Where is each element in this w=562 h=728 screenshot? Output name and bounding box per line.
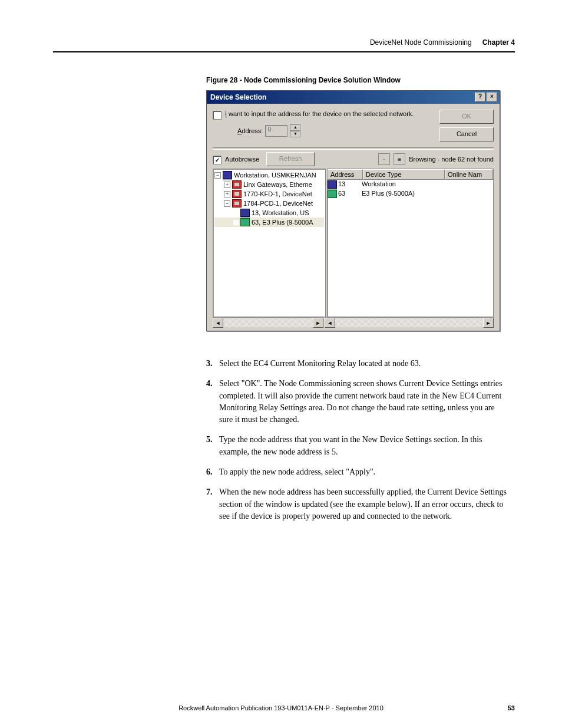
tree-leaf[interactable]: 13, Workstation, US	[214, 208, 324, 218]
help-button[interactable]: ?	[475, 93, 485, 102]
scroll-left-icon[interactable]: ◄	[213, 318, 223, 328]
separator	[213, 147, 494, 150]
step-text: When the new node address has been succe…	[219, 486, 515, 522]
view-details-icon[interactable]: ≡	[394, 153, 405, 165]
step-text: Select "OK". The Node Commissioning scre…	[219, 378, 515, 426]
network-icon	[232, 199, 242, 207]
browse-status: Browsing - node 62 not found	[409, 156, 494, 163]
workstation-icon	[240, 209, 250, 217]
autobrowse-label: Autobrowse	[225, 156, 259, 163]
input-address-checkbox-label: I want to input the address for the devi…	[225, 110, 414, 120]
col-device-type[interactable]: Device Type	[363, 169, 445, 180]
page-number: 53	[508, 704, 515, 711]
row-type: E3 Plus (9-5000A)	[362, 190, 493, 198]
col-online-name[interactable]: Online Nam	[445, 169, 493, 180]
network-icon	[232, 190, 242, 198]
spin-up-icon[interactable]: ▲	[290, 124, 300, 131]
workstation-icon	[328, 180, 337, 189]
dialog-title: Device Selection	[210, 93, 266, 101]
step-text: Select the EC4 Current Monitoring Relay …	[219, 358, 515, 370]
ok-button[interactable]: OK	[439, 110, 494, 124]
tree-root[interactable]: −Workstation, USMKERNJAN	[214, 170, 324, 180]
step-text: To apply the new node address, select "A…	[219, 466, 515, 478]
device-selection-dialog: Device Selection ? × I want to input the…	[206, 90, 500, 331]
tree-scrollbar[interactable]: ◄ ►	[213, 317, 323, 327]
header-title: DeviceNet Node Commissioning	[370, 38, 472, 47]
autobrowse-checkbox[interactable]	[213, 156, 222, 164]
figure-caption: Figure 28 - Node Commissioning Device So…	[206, 76, 515, 84]
list-pane[interactable]: Address Device Type Online Nam 13 Workst…	[327, 169, 494, 317]
spin-down-icon[interactable]: ▼	[290, 131, 300, 137]
step-num: 4.	[206, 378, 219, 426]
step-num: 6.	[206, 466, 219, 478]
row-address: 13	[337, 180, 362, 189]
list-header: Address Device Type Online Nam	[328, 169, 493, 180]
network-icon	[232, 180, 242, 189]
tree-node[interactable]: +Linx Gateways, Etherne	[214, 180, 324, 189]
list-row[interactable]: 63 E3 Plus (9-5000A)	[328, 189, 493, 199]
input-address-checkbox[interactable]	[213, 111, 222, 120]
list-row[interactable]: 13 Workstation	[328, 180, 493, 189]
step-text: Type the node address that you want in t…	[219, 434, 515, 458]
scroll-right-icon[interactable]: ►	[313, 318, 323, 328]
page-header: DeviceNet Node Commissioning Chapter 4	[47, 38, 515, 47]
tree-leaf-selected[interactable]: 63, E3 Plus (9-5000A	[214, 218, 324, 227]
step-num: 5.	[206, 434, 219, 458]
list-scrollbar[interactable]: ◄ ►	[325, 317, 494, 327]
page-footer: Rockwell Automation Publication 193-UM01…	[0, 704, 562, 711]
col-address[interactable]: Address	[328, 169, 363, 180]
step-num: 7.	[206, 486, 219, 522]
workstation-icon	[223, 171, 232, 179]
device-icon	[240, 218, 250, 226]
address-input[interactable]: 0	[265, 125, 287, 137]
device-icon	[328, 190, 337, 198]
tree-node[interactable]: +1770-KFD-1, DeviceNet	[214, 189, 324, 199]
scroll-right-icon[interactable]: ►	[483, 318, 494, 328]
dialog-titlebar[interactable]: Device Selection ? ×	[207, 91, 500, 104]
cancel-button[interactable]: Cancel	[439, 127, 494, 141]
view-list-icon[interactable]: ▫	[378, 153, 390, 165]
header-rule	[53, 51, 515, 52]
row-type: Workstation	[362, 180, 493, 189]
instruction-steps: 3.Select the EC4 Current Monitoring Rela…	[206, 358, 515, 522]
publication-info: Rockwell Automation Publication 193-UM01…	[47, 704, 515, 711]
address-label: Address:	[237, 127, 263, 134]
refresh-button[interactable]: Refresh	[266, 152, 315, 166]
header-chapter: Chapter 4	[482, 38, 515, 47]
row-address: 63	[337, 190, 362, 198]
close-button[interactable]: ×	[487, 93, 497, 102]
tree-pane[interactable]: −Workstation, USMKERNJAN +Linx Gateways,…	[213, 169, 326, 317]
step-num: 3.	[206, 358, 219, 370]
address-spinner[interactable]: ▲ ▼	[290, 124, 300, 137]
tree-node[interactable]: −1784-PCD-1, DeviceNet	[214, 199, 324, 208]
scroll-left-icon[interactable]: ◄	[325, 318, 335, 328]
